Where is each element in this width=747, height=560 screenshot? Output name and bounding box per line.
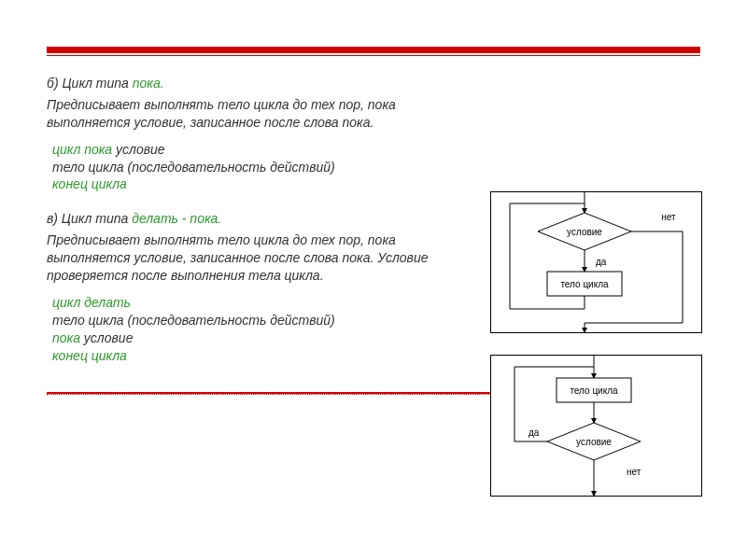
code-text: условие: [80, 330, 133, 345]
diagram-yes-label: да: [529, 427, 540, 438]
code-line: тело цикла (последовательность действий): [52, 159, 700, 176]
section-b-description: Предписывает выполнять тело цикла до тех…: [47, 96, 476, 132]
diagram-yes-label: да: [596, 257, 607, 267]
diagram-no-label: нет: [627, 467, 641, 477]
diagram-no-label: нет: [661, 212, 676, 222]
diagram-condition-label: условие: [576, 437, 612, 447]
section-v-description: Предписывает выполнять тело цикла до тех…: [47, 231, 476, 285]
kw-cycle-while: цикл пока: [52, 142, 112, 157]
diagram-condition-label: условие: [567, 227, 602, 237]
top-rule-thick: [47, 47, 700, 53]
flowchart-while: условие нет да тело цикла: [490, 191, 702, 333]
section-v-prefix: в) Цикл типа: [47, 211, 132, 226]
diagram-body-label: тело цикла: [560, 279, 609, 289]
section-b: б) Цикл типа пока. Предписывает выполнят…: [47, 75, 700, 203]
kw-while: пока: [52, 330, 80, 345]
top-rule-thin: [47, 55, 700, 56]
section-b-heading: б) Цикл типа пока.: [47, 75, 700, 92]
code-text: условие: [112, 142, 164, 157]
flowchart-do-while: тело цикла условие да нет: [490, 355, 702, 497]
code-line: цикл пока условие: [52, 141, 700, 159]
section-b-keyword: пока.: [133, 76, 164, 91]
diagram-body-label: тело цикла: [570, 385, 618, 396]
section-b-prefix: б) Цикл типа: [47, 76, 133, 91]
section-v-keyword: делать - пока.: [132, 211, 221, 226]
